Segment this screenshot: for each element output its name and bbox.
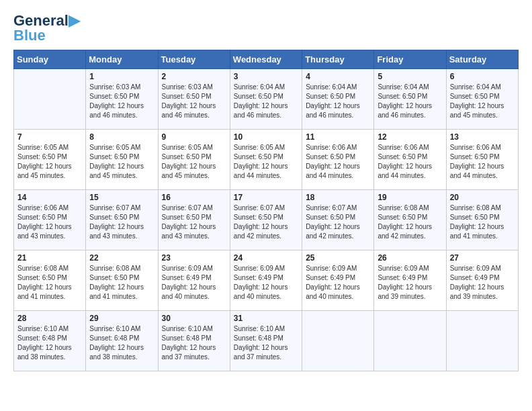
day-number: 26 [378,253,442,263]
day-info: Sunrise: 6:03 AM Sunset: 6:50 PM Dayligh… [162,83,226,120]
col-header-monday: Monday [86,50,158,69]
week-row-4: 21Sunrise: 6:08 AM Sunset: 6:50 PM Dayli… [14,250,519,311]
day-info: Sunrise: 6:09 AM Sunset: 6:49 PM Dayligh… [162,264,226,302]
calendar-cell: 2Sunrise: 6:03 AM Sunset: 6:50 PM Daylig… [158,69,230,130]
day-info: Sunrise: 6:10 AM Sunset: 6:48 PM Dayligh… [89,324,154,362]
day-number: 28 [17,314,82,323]
logo-text: General▶Blue [13,13,80,43]
day-number: 14 [17,193,82,202]
day-number: 17 [234,193,298,202]
day-number: 30 [162,314,226,323]
day-info: Sunrise: 6:09 AM Sunset: 6:49 PM Dayligh… [450,264,515,302]
calendar-cell: 31Sunrise: 6:10 AM Sunset: 6:48 PM Dayli… [230,311,302,371]
day-info: Sunrise: 6:09 AM Sunset: 6:49 PM Dayligh… [234,264,298,302]
day-info: Sunrise: 6:05 AM Sunset: 6:50 PM Dayligh… [162,143,226,181]
day-info: Sunrise: 6:04 AM Sunset: 6:50 PM Dayligh… [378,83,442,120]
col-header-friday: Friday [374,50,446,69]
day-number: 24 [234,253,298,263]
day-info: Sunrise: 6:03 AM Sunset: 6:50 PM Dayligh… [89,83,154,120]
day-info: Sunrise: 6:06 AM Sunset: 6:50 PM Dayligh… [306,143,370,181]
day-info: Sunrise: 6:04 AM Sunset: 6:50 PM Dayligh… [234,83,298,120]
day-info: Sunrise: 6:10 AM Sunset: 6:48 PM Dayligh… [17,324,82,362]
day-number: 29 [89,314,154,323]
calendar-cell: 5Sunrise: 6:04 AM Sunset: 6:50 PM Daylig… [374,69,446,130]
day-info: Sunrise: 6:07 AM Sunset: 6:50 PM Dayligh… [306,203,370,241]
day-info: Sunrise: 6:09 AM Sunset: 6:49 PM Dayligh… [306,264,370,302]
day-info: Sunrise: 6:08 AM Sunset: 6:50 PM Dayligh… [450,203,515,241]
calendar-cell: 9Sunrise: 6:05 AM Sunset: 6:50 PM Daylig… [158,130,230,190]
day-number: 6 [450,72,515,81]
day-number: 23 [162,253,226,263]
day-number: 20 [450,193,515,202]
day-number: 7 [17,132,82,142]
calendar-cell: 28Sunrise: 6:10 AM Sunset: 6:48 PM Dayli… [14,311,86,371]
calendar-cell: 24Sunrise: 6:09 AM Sunset: 6:49 PM Dayli… [230,250,302,311]
day-number: 15 [89,193,154,202]
col-header-saturday: Saturday [446,50,518,69]
calendar-cell: 13Sunrise: 6:06 AM Sunset: 6:50 PM Dayli… [446,130,518,190]
col-header-wednesday: Wednesday [230,50,302,69]
calendar-cell [302,311,374,371]
day-number: 2 [162,72,226,81]
day-info: Sunrise: 6:07 AM Sunset: 6:50 PM Dayligh… [234,203,298,241]
calendar-cell: 3Sunrise: 6:04 AM Sunset: 6:50 PM Daylig… [230,69,302,130]
calendar-cell: 23Sunrise: 6:09 AM Sunset: 6:49 PM Dayli… [158,250,230,311]
calendar-table: SundayMondayTuesdayWednesdayThursdayFrid… [13,50,519,371]
day-info: Sunrise: 6:06 AM Sunset: 6:50 PM Dayligh… [450,143,515,181]
day-number: 13 [450,132,515,142]
calendar-cell: 29Sunrise: 6:10 AM Sunset: 6:48 PM Dayli… [86,311,158,371]
day-number: 18 [306,193,370,202]
day-info: Sunrise: 6:08 AM Sunset: 6:50 PM Dayligh… [89,264,154,302]
calendar-cell: 7Sunrise: 6:05 AM Sunset: 6:50 PM Daylig… [14,130,86,190]
col-header-tuesday: Tuesday [158,50,230,69]
day-number: 27 [450,253,515,263]
calendar-cell [14,69,86,130]
col-header-thursday: Thursday [302,50,374,69]
day-number: 31 [234,314,298,323]
day-info: Sunrise: 6:08 AM Sunset: 6:50 PM Dayligh… [17,264,82,302]
day-number: 16 [162,193,226,202]
calendar-cell [446,311,518,371]
day-number: 19 [378,193,442,202]
calendar-cell: 14Sunrise: 6:06 AM Sunset: 6:50 PM Dayli… [14,190,86,250]
day-info: Sunrise: 6:05 AM Sunset: 6:50 PM Dayligh… [234,143,298,181]
calendar-cell: 15Sunrise: 6:07 AM Sunset: 6:50 PM Dayli… [86,190,158,250]
calendar-cell: 18Sunrise: 6:07 AM Sunset: 6:50 PM Dayli… [302,190,374,250]
calendar-cell: 27Sunrise: 6:09 AM Sunset: 6:49 PM Dayli… [446,250,518,311]
calendar-cell: 25Sunrise: 6:09 AM Sunset: 6:49 PM Dayli… [302,250,374,311]
day-info: Sunrise: 6:10 AM Sunset: 6:48 PM Dayligh… [162,324,226,362]
calendar-cell: 11Sunrise: 6:06 AM Sunset: 6:50 PM Dayli… [302,130,374,190]
day-info: Sunrise: 6:06 AM Sunset: 6:50 PM Dayligh… [17,203,82,241]
day-info: Sunrise: 6:10 AM Sunset: 6:48 PM Dayligh… [234,324,298,362]
page-header: General▶Blue [13,13,519,43]
header-row: SundayMondayTuesdayWednesdayThursdayFrid… [14,50,519,69]
day-info: Sunrise: 6:05 AM Sunset: 6:50 PM Dayligh… [89,143,154,181]
day-number: 21 [17,253,82,263]
day-number: 10 [234,132,298,142]
calendar-cell: 30Sunrise: 6:10 AM Sunset: 6:48 PM Dayli… [158,311,230,371]
calendar-cell: 12Sunrise: 6:06 AM Sunset: 6:50 PM Dayli… [374,130,446,190]
day-info: Sunrise: 6:05 AM Sunset: 6:50 PM Dayligh… [17,143,82,181]
day-number: 11 [306,132,370,142]
day-info: Sunrise: 6:04 AM Sunset: 6:50 PM Dayligh… [450,83,515,120]
day-info: Sunrise: 6:07 AM Sunset: 6:50 PM Dayligh… [162,203,226,241]
week-row-3: 14Sunrise: 6:06 AM Sunset: 6:50 PM Dayli… [14,190,519,250]
day-number: 4 [306,72,370,81]
calendar-cell: 17Sunrise: 6:07 AM Sunset: 6:50 PM Dayli… [230,190,302,250]
day-number: 5 [378,72,442,81]
day-number: 8 [89,132,154,142]
day-number: 3 [234,72,298,81]
day-number: 1 [89,72,154,81]
calendar-cell: 8Sunrise: 6:05 AM Sunset: 6:50 PM Daylig… [86,130,158,190]
day-number: 25 [306,253,370,263]
week-row-2: 7Sunrise: 6:05 AM Sunset: 6:50 PM Daylig… [14,130,519,190]
day-info: Sunrise: 6:09 AM Sunset: 6:49 PM Dayligh… [378,264,442,302]
week-row-1: 1Sunrise: 6:03 AM Sunset: 6:50 PM Daylig… [14,69,519,130]
calendar-cell: 20Sunrise: 6:08 AM Sunset: 6:50 PM Dayli… [446,190,518,250]
calendar-cell: 26Sunrise: 6:09 AM Sunset: 6:49 PM Dayli… [374,250,446,311]
calendar-cell: 10Sunrise: 6:05 AM Sunset: 6:50 PM Dayli… [230,130,302,190]
calendar-cell: 21Sunrise: 6:08 AM Sunset: 6:50 PM Dayli… [14,250,86,311]
day-info: Sunrise: 6:08 AM Sunset: 6:50 PM Dayligh… [378,203,442,241]
logo: General▶Blue [13,13,80,43]
calendar-cell: 22Sunrise: 6:08 AM Sunset: 6:50 PM Dayli… [86,250,158,311]
